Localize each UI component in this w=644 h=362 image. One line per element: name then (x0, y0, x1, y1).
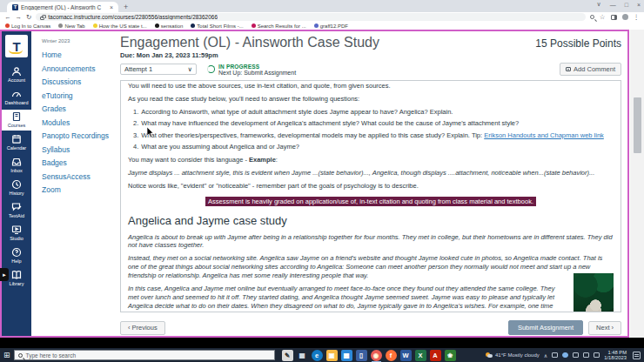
chevron-down-icon: ∨ (188, 65, 193, 73)
course-nav-item[interactable]: Discussions (42, 78, 115, 86)
taskbar-app-icon[interactable]: e (312, 350, 323, 361)
question-number: 2. (133, 119, 138, 128)
taskbar-app-icon[interactable]: A (430, 350, 441, 361)
question-item: 2. What may have influenced the developm… (133, 119, 614, 128)
sidebar-item-inbox[interactable]: Inbox (2, 155, 31, 176)
school-logo[interactable]: T (5, 35, 28, 57)
bookmark-item[interactable]: sensation (155, 23, 184, 29)
page-scrollbar[interactable] (630, 30, 644, 338)
bookmark-item[interactable]: How the US state t... (93, 23, 147, 29)
mouse-cursor (146, 127, 154, 138)
sidebar-item-help[interactable]: Help (2, 245, 31, 266)
course-nav-item[interactable]: Announcements (42, 65, 115, 73)
sidebar-item-courses[interactable]: Courses (2, 110, 31, 131)
submit-assignment-button[interactable]: Submit Assignment (508, 320, 583, 335)
taskbar-search[interactable]: Type here to search (14, 350, 275, 360)
assignment-description-panel[interactable]: You will need to use the above sources, … (120, 80, 621, 312)
course-nav-item[interactable]: Home (42, 51, 115, 59)
question-item: 3. What other theories/perspectives, fra… (133, 131, 614, 140)
search-icon (18, 353, 23, 358)
description-cut-line: You will need to use the above sources, … (128, 82, 614, 90)
sidebar-item-dashboard[interactable]: Dashboard (2, 87, 31, 108)
bookmark-favicon (191, 23, 195, 28)
previous-button[interactable]: ‹ Previous (120, 321, 165, 335)
tray-caret-icon[interactable]: ∧ (544, 352, 547, 359)
course-nav-item[interactable]: Syllabus (42, 146, 115, 154)
taskbar-app-icon[interactable]: ❀ (445, 350, 456, 361)
window-minimize-button[interactable]: — (610, 2, 616, 8)
taskbar-weather[interactable]: 41°F Mostly cloudy (486, 352, 540, 358)
taskbar-app-icon[interactable]: ▦ (297, 350, 308, 361)
bookmark-item[interactable]: Total Short Films -... (191, 23, 243, 29)
side-panel-icon[interactable] (611, 15, 617, 20)
language-line: You may want to consider this language -… (128, 156, 614, 164)
zoom-icon[interactable] (590, 15, 594, 19)
browser-tab[interactable]: T Engagement (OL) - Ainsworth C × (7, 2, 118, 12)
taskbar-app-icon[interactable]: ✎ (282, 350, 293, 361)
course-nav-item[interactable]: SensusAccess (42, 173, 115, 181)
new-tab-button[interactable]: + (124, 3, 128, 11)
bookmark-favicon (58, 23, 63, 28)
sidebar-item-studio[interactable]: Studio (2, 223, 31, 244)
course-nav-item[interactable]: Modules (42, 119, 115, 127)
lock-icon (40, 17, 44, 20)
display-icon[interactable] (583, 352, 589, 358)
url-text: tacomacc.instructure.com/courses/2280556… (48, 14, 218, 20)
account-icon (11, 66, 22, 77)
battery-icon[interactable] (573, 352, 579, 358)
comment-icon (566, 67, 571, 71)
tray-photo-icon[interactable] (552, 352, 558, 358)
bookmark-label: How the US state t... (99, 23, 147, 29)
next-button[interactable]: Next › (588, 321, 621, 335)
onedrive-icon[interactable] (562, 352, 568, 358)
reload-icon[interactable]: ↻ (26, 13, 31, 21)
question-number: 4. (133, 143, 138, 151)
bookmark-item[interactable]: Search Results for ... (252, 23, 306, 29)
window-close-button[interactable]: × (637, 2, 641, 8)
share-expander-tab[interactable]: ► (0, 268, 9, 281)
attempt-select[interactable]: Attempt 1 ∨ (120, 64, 197, 75)
bookmark-item[interactable]: New Tab (58, 23, 84, 29)
course-nav-item[interactable]: Badges (42, 159, 115, 167)
window-maximize-button[interactable]: □ (625, 2, 628, 8)
forward-icon[interactable]: → (16, 13, 23, 21)
bookmark-item[interactable]: Log In to Canvas (5, 23, 50, 29)
volume-icon[interactable] (594, 352, 600, 358)
start-button[interactable]: ⊞ (3, 351, 10, 359)
course-nav-item[interactable]: Zoom (42, 186, 115, 194)
bookmark-item[interactable]: graff12.PDF (314, 23, 348, 29)
status-block: IN PROGRESS Next Up: Submit Assignment (207, 64, 296, 76)
tab-close-icon[interactable]: × (110, 4, 113, 10)
taskbar-app-icon[interactable]: ▯ (356, 350, 367, 361)
taskbar-app-icon[interactable]: W (400, 350, 412, 361)
question-link[interactable]: Erikson Handouts and Chapman web link (484, 131, 604, 139)
description-read-line: As you read the case study below, you'll… (128, 95, 614, 104)
course-nav-item[interactable]: eTutoring (42, 92, 115, 100)
notice-line: Notice words like, "evident" or "noticea… (128, 182, 614, 191)
sidebar-item-textaid[interactable]: TextAid (2, 200, 31, 221)
taskbar-app-icon[interactable]: ◉ (371, 350, 382, 361)
taskbar-app-icon[interactable]: ▩ (341, 350, 352, 361)
sidebar-item-account[interactable]: Account (2, 64, 31, 85)
taskbar-clock[interactable]: 1:48 PM 1/18/2023 (604, 350, 627, 361)
scrollbar-thumb[interactable] (634, 97, 641, 153)
back-icon[interactable]: ← (4, 13, 11, 21)
sidebar-item-calendar[interactable]: Calendar (2, 132, 31, 153)
tab-search-icon[interactable]: ∨ (597, 1, 601, 8)
course-nav-item[interactable]: Panopto Recordings (42, 132, 115, 140)
bookmark-label: New Tab (64, 23, 84, 29)
sidebar-item-history[interactable]: History (2, 178, 31, 198)
taskbar-app-icon[interactable]: ▣ (326, 350, 338, 361)
course-nav-item[interactable]: Grades (42, 105, 115, 113)
notification-center-icon[interactable] (633, 352, 641, 359)
taskbar-app-icon[interactable]: f (386, 350, 397, 361)
profile-avatar[interactable] (622, 14, 628, 20)
address-bar[interactable]: tacomacc.instructure.com/courses/2280556… (36, 13, 585, 21)
bookmark-label: graff12.PDF (320, 23, 348, 29)
add-comment-button[interactable]: Add Comment (560, 63, 621, 76)
taskbar-app-icon[interactable]: X (415, 350, 426, 361)
browser-tabstrip: T Engagement (OL) - Ainsworth C × + ∨ — … (0, 0, 644, 12)
attempt-value: Attempt 1 (124, 65, 152, 73)
browser-menu-icon[interactable]: ⋮ (634, 13, 641, 21)
bookmark-star-icon[interactable]: ☆ (600, 13, 606, 21)
